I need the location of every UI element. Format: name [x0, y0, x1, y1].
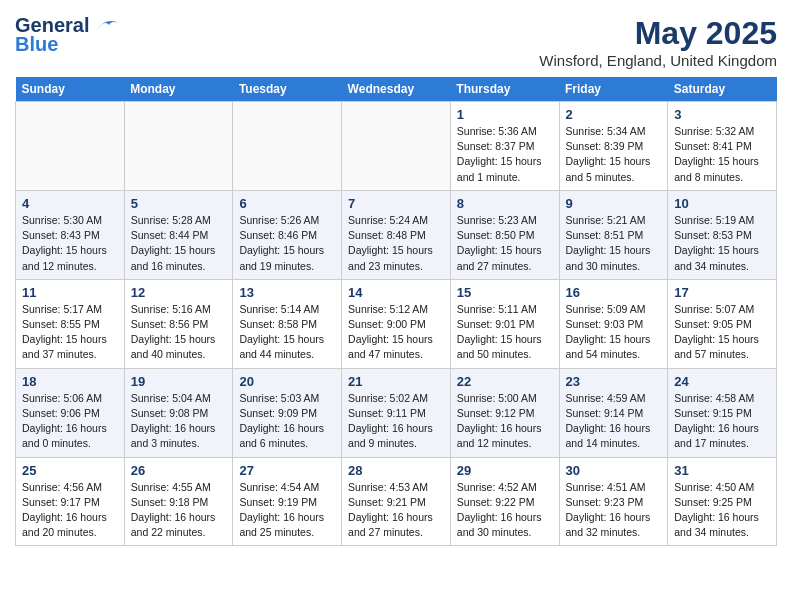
- calendar-day: 8Sunrise: 5:23 AM Sunset: 8:50 PM Daylig…: [450, 190, 559, 279]
- day-info: Sunrise: 5:30 AM Sunset: 8:43 PM Dayligh…: [22, 213, 118, 274]
- calendar-day: 15Sunrise: 5:11 AM Sunset: 9:01 PM Dayli…: [450, 279, 559, 368]
- day-info: Sunrise: 5:21 AM Sunset: 8:51 PM Dayligh…: [566, 213, 662, 274]
- day-number: 13: [239, 285, 335, 300]
- calendar-header-row: SundayMondayTuesdayWednesdayThursdayFrid…: [16, 77, 777, 102]
- calendar-day: 1Sunrise: 5:36 AM Sunset: 8:37 PM Daylig…: [450, 102, 559, 191]
- day-number: 19: [131, 374, 227, 389]
- calendar-week-5: 25Sunrise: 4:56 AM Sunset: 9:17 PM Dayli…: [16, 457, 777, 546]
- day-number: 31: [674, 463, 770, 478]
- day-info: Sunrise: 5:03 AM Sunset: 9:09 PM Dayligh…: [239, 391, 335, 452]
- day-info: Sunrise: 5:26 AM Sunset: 8:46 PM Dayligh…: [239, 213, 335, 274]
- day-number: 15: [457, 285, 553, 300]
- day-info: Sunrise: 5:17 AM Sunset: 8:55 PM Dayligh…: [22, 302, 118, 363]
- title-block: May 2025 Winsford, England, United Kingd…: [539, 15, 777, 69]
- calendar-day: 16Sunrise: 5:09 AM Sunset: 9:03 PM Dayli…: [559, 279, 668, 368]
- subtitle: Winsford, England, United Kingdom: [539, 52, 777, 69]
- day-info: Sunrise: 5:09 AM Sunset: 9:03 PM Dayligh…: [566, 302, 662, 363]
- calendar-day: 20Sunrise: 5:03 AM Sunset: 9:09 PM Dayli…: [233, 368, 342, 457]
- col-header-wednesday: Wednesday: [342, 77, 451, 102]
- col-header-monday: Monday: [124, 77, 233, 102]
- calendar-day: 31Sunrise: 4:50 AM Sunset: 9:25 PM Dayli…: [668, 457, 777, 546]
- day-info: Sunrise: 4:50 AM Sunset: 9:25 PM Dayligh…: [674, 480, 770, 541]
- day-info: Sunrise: 5:02 AM Sunset: 9:11 PM Dayligh…: [348, 391, 444, 452]
- calendar-day: 2Sunrise: 5:34 AM Sunset: 8:39 PM Daylig…: [559, 102, 668, 191]
- day-number: 21: [348, 374, 444, 389]
- day-info: Sunrise: 5:00 AM Sunset: 9:12 PM Dayligh…: [457, 391, 553, 452]
- day-number: 18: [22, 374, 118, 389]
- calendar-day: 12Sunrise: 5:16 AM Sunset: 8:56 PM Dayli…: [124, 279, 233, 368]
- day-number: 8: [457, 196, 553, 211]
- day-info: Sunrise: 4:58 AM Sunset: 9:15 PM Dayligh…: [674, 391, 770, 452]
- day-number: 12: [131, 285, 227, 300]
- calendar-day: [16, 102, 125, 191]
- day-number: 27: [239, 463, 335, 478]
- calendar-day: 7Sunrise: 5:24 AM Sunset: 8:48 PM Daylig…: [342, 190, 451, 279]
- calendar-table: SundayMondayTuesdayWednesdayThursdayFrid…: [15, 77, 777, 546]
- col-header-tuesday: Tuesday: [233, 77, 342, 102]
- col-header-thursday: Thursday: [450, 77, 559, 102]
- calendar-day: 11Sunrise: 5:17 AM Sunset: 8:55 PM Dayli…: [16, 279, 125, 368]
- day-info: Sunrise: 5:28 AM Sunset: 8:44 PM Dayligh…: [131, 213, 227, 274]
- calendar-day: 27Sunrise: 4:54 AM Sunset: 9:19 PM Dayli…: [233, 457, 342, 546]
- day-info: Sunrise: 4:59 AM Sunset: 9:14 PM Dayligh…: [566, 391, 662, 452]
- col-header-friday: Friday: [559, 77, 668, 102]
- col-header-sunday: Sunday: [16, 77, 125, 102]
- day-number: 22: [457, 374, 553, 389]
- day-info: Sunrise: 4:52 AM Sunset: 9:22 PM Dayligh…: [457, 480, 553, 541]
- calendar-day: 13Sunrise: 5:14 AM Sunset: 8:58 PM Dayli…: [233, 279, 342, 368]
- calendar-week-2: 4Sunrise: 5:30 AM Sunset: 8:43 PM Daylig…: [16, 190, 777, 279]
- logo-blue: Blue: [15, 33, 58, 56]
- calendar-day: 4Sunrise: 5:30 AM Sunset: 8:43 PM Daylig…: [16, 190, 125, 279]
- day-number: 23: [566, 374, 662, 389]
- day-info: Sunrise: 5:32 AM Sunset: 8:41 PM Dayligh…: [674, 124, 770, 185]
- calendar-day: 30Sunrise: 4:51 AM Sunset: 9:23 PM Dayli…: [559, 457, 668, 546]
- day-info: Sunrise: 5:23 AM Sunset: 8:50 PM Dayligh…: [457, 213, 553, 274]
- calendar-day: 14Sunrise: 5:12 AM Sunset: 9:00 PM Dayli…: [342, 279, 451, 368]
- day-info: Sunrise: 5:16 AM Sunset: 8:56 PM Dayligh…: [131, 302, 227, 363]
- day-number: 26: [131, 463, 227, 478]
- day-number: 20: [239, 374, 335, 389]
- calendar-day: 26Sunrise: 4:55 AM Sunset: 9:18 PM Dayli…: [124, 457, 233, 546]
- calendar-day: 24Sunrise: 4:58 AM Sunset: 9:15 PM Dayli…: [668, 368, 777, 457]
- calendar-day: [342, 102, 451, 191]
- day-number: 14: [348, 285, 444, 300]
- day-number: 2: [566, 107, 662, 122]
- calendar-day: 5Sunrise: 5:28 AM Sunset: 8:44 PM Daylig…: [124, 190, 233, 279]
- calendar-day: 18Sunrise: 5:06 AM Sunset: 9:06 PM Dayli…: [16, 368, 125, 457]
- day-info: Sunrise: 4:51 AM Sunset: 9:23 PM Dayligh…: [566, 480, 662, 541]
- day-info: Sunrise: 5:14 AM Sunset: 8:58 PM Dayligh…: [239, 302, 335, 363]
- day-info: Sunrise: 5:07 AM Sunset: 9:05 PM Dayligh…: [674, 302, 770, 363]
- day-number: 1: [457, 107, 553, 122]
- day-info: Sunrise: 4:56 AM Sunset: 9:17 PM Dayligh…: [22, 480, 118, 541]
- calendar-day: 29Sunrise: 4:52 AM Sunset: 9:22 PM Dayli…: [450, 457, 559, 546]
- calendar-day: [124, 102, 233, 191]
- calendar-day: 21Sunrise: 5:02 AM Sunset: 9:11 PM Dayli…: [342, 368, 451, 457]
- calendar-day: 3Sunrise: 5:32 AM Sunset: 8:41 PM Daylig…: [668, 102, 777, 191]
- logo-bird-icon: [91, 15, 121, 35]
- day-info: Sunrise: 5:04 AM Sunset: 9:08 PM Dayligh…: [131, 391, 227, 452]
- main-title: May 2025: [539, 15, 777, 52]
- day-number: 10: [674, 196, 770, 211]
- day-number: 25: [22, 463, 118, 478]
- day-info: Sunrise: 4:54 AM Sunset: 9:19 PM Dayligh…: [239, 480, 335, 541]
- day-info: Sunrise: 5:24 AM Sunset: 8:48 PM Dayligh…: [348, 213, 444, 274]
- calendar-week-1: 1Sunrise: 5:36 AM Sunset: 8:37 PM Daylig…: [16, 102, 777, 191]
- calendar-day: 23Sunrise: 4:59 AM Sunset: 9:14 PM Dayli…: [559, 368, 668, 457]
- calendar-day: 25Sunrise: 4:56 AM Sunset: 9:17 PM Dayli…: [16, 457, 125, 546]
- day-info: Sunrise: 5:34 AM Sunset: 8:39 PM Dayligh…: [566, 124, 662, 185]
- day-number: 5: [131, 196, 227, 211]
- day-number: 9: [566, 196, 662, 211]
- calendar-day: 10Sunrise: 5:19 AM Sunset: 8:53 PM Dayli…: [668, 190, 777, 279]
- calendar-day: 28Sunrise: 4:53 AM Sunset: 9:21 PM Dayli…: [342, 457, 451, 546]
- day-info: Sunrise: 5:06 AM Sunset: 9:06 PM Dayligh…: [22, 391, 118, 452]
- day-info: Sunrise: 4:53 AM Sunset: 9:21 PM Dayligh…: [348, 480, 444, 541]
- day-number: 30: [566, 463, 662, 478]
- day-number: 28: [348, 463, 444, 478]
- day-number: 24: [674, 374, 770, 389]
- calendar-day: 19Sunrise: 5:04 AM Sunset: 9:08 PM Dayli…: [124, 368, 233, 457]
- day-info: Sunrise: 5:36 AM Sunset: 8:37 PM Dayligh…: [457, 124, 553, 185]
- calendar-day: 6Sunrise: 5:26 AM Sunset: 8:46 PM Daylig…: [233, 190, 342, 279]
- page-header: General Blue May 2025 Winsford, England,…: [15, 15, 777, 69]
- calendar-week-4: 18Sunrise: 5:06 AM Sunset: 9:06 PM Dayli…: [16, 368, 777, 457]
- day-number: 16: [566, 285, 662, 300]
